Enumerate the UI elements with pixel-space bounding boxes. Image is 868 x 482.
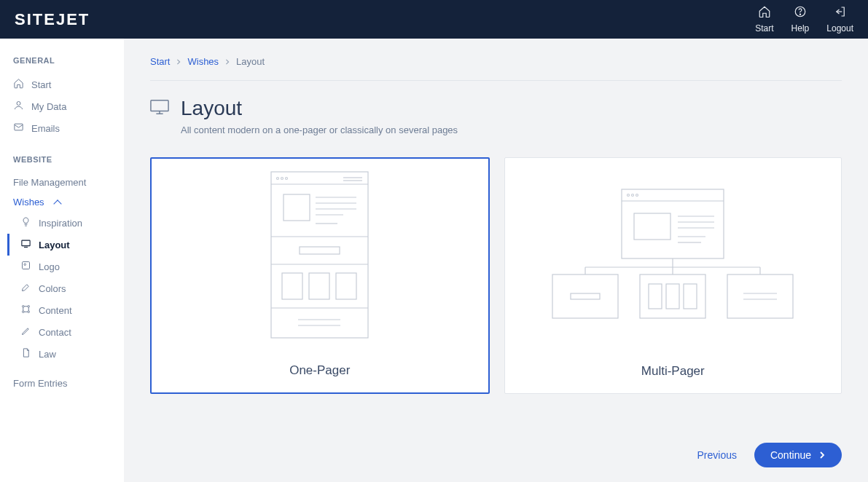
sidebar-item-file-management[interactable]: File Management xyxy=(0,173,124,192)
start-label: Start xyxy=(755,23,773,33)
sidebar-item-label: Contact xyxy=(39,327,71,338)
layout-icon xyxy=(150,99,169,118)
brush-icon xyxy=(20,282,31,295)
sidebar-item-label: Content xyxy=(39,305,72,316)
svg-rect-4 xyxy=(22,240,30,246)
svg-rect-30 xyxy=(336,273,356,299)
chevron-up-icon xyxy=(53,199,61,208)
svg-rect-50 xyxy=(552,274,618,318)
sidebar-item-label: Layout xyxy=(39,240,70,250)
svg-rect-39 xyxy=(634,213,670,240)
svg-rect-29 xyxy=(309,273,329,299)
svg-point-10 xyxy=(28,311,30,313)
svg-rect-11 xyxy=(151,100,168,111)
logout-action[interactable]: Logout xyxy=(826,5,853,33)
main-content: Start Wishes Layout Layout All content m… xyxy=(124,39,868,482)
sidebar-item-label: Start xyxy=(31,79,51,90)
content-icon xyxy=(20,304,31,317)
svg-rect-3 xyxy=(15,124,23,130)
sidebar-item-inspiration[interactable]: Inspiration xyxy=(7,212,124,234)
svg-point-36 xyxy=(632,194,634,196)
svg-point-6 xyxy=(24,264,26,266)
sidebar-section-website: WEBSITE xyxy=(0,155,124,173)
help-action[interactable]: Help xyxy=(791,5,810,33)
svg-point-1 xyxy=(799,14,800,15)
sidebar-item-label: Emails xyxy=(31,123,60,134)
page-subtitle: All content modern on a one-pager or cla… xyxy=(181,125,842,135)
sidebar-item-contact[interactable]: Contact xyxy=(7,321,124,343)
sidebar-item-emails[interactable]: Emails xyxy=(0,117,124,139)
logo-icon xyxy=(20,260,31,273)
sidebar-item-label: Form Entries xyxy=(13,378,67,389)
logout-icon xyxy=(834,5,847,20)
breadcrumb-start[interactable]: Start xyxy=(150,56,170,67)
breadcrumb: Start Wishes Layout xyxy=(150,56,842,81)
option-one-pager[interactable]: One-Pager xyxy=(150,157,490,394)
help-label: Help xyxy=(791,23,810,33)
svg-rect-19 xyxy=(284,194,310,221)
svg-point-9 xyxy=(23,311,25,313)
option-multi-pager[interactable]: Multi-Pager xyxy=(504,157,842,394)
svg-point-35 xyxy=(627,194,630,196)
chevron-right-icon xyxy=(818,449,826,461)
svg-point-7 xyxy=(23,306,25,308)
layout-icon xyxy=(20,238,31,251)
sidebar-item-label: Law xyxy=(39,349,56,360)
svg-point-37 xyxy=(636,194,638,196)
svg-rect-56 xyxy=(727,274,793,318)
svg-rect-28 xyxy=(282,273,302,299)
sidebar-section-general: GENERAL xyxy=(0,56,124,74)
svg-rect-55 xyxy=(684,284,697,309)
continue-button[interactable]: Continue xyxy=(754,443,842,467)
sidebar: GENERAL Start My Data Emails WEBSITE Fil… xyxy=(0,39,124,482)
sidebar-item-label: Wishes xyxy=(13,197,44,208)
option-label: Multi-Pager xyxy=(641,364,705,379)
svg-point-15 xyxy=(286,177,288,179)
sidebar-item-layout[interactable]: Layout xyxy=(7,234,124,256)
previous-button[interactable]: Previous xyxy=(697,449,736,461)
chevron-right-icon xyxy=(224,56,230,67)
start-action[interactable]: Start xyxy=(755,5,773,33)
breadcrumb-wishes[interactable]: Wishes xyxy=(187,56,219,67)
svg-rect-5 xyxy=(23,262,30,269)
header-actions: Start Help Logout xyxy=(755,5,853,33)
document-icon xyxy=(20,347,31,360)
svg-rect-12 xyxy=(271,172,368,338)
svg-rect-54 xyxy=(666,284,679,309)
svg-point-14 xyxy=(281,177,284,179)
sidebar-item-logo[interactable]: Logo xyxy=(7,256,124,277)
multi-pager-illustration xyxy=(505,158,842,351)
option-label: One-Pager xyxy=(289,363,350,378)
app-header: SITEJET Start Help Logout xyxy=(0,0,868,39)
svg-rect-26 xyxy=(300,247,340,254)
sidebar-item-content[interactable]: Content xyxy=(7,299,124,321)
sidebar-item-label: My Data xyxy=(31,101,66,112)
continue-label: Continue xyxy=(770,449,811,461)
brand-logo: SITEJET xyxy=(15,10,90,29)
user-icon xyxy=(13,100,24,113)
logout-label: Logout xyxy=(826,23,853,33)
sidebar-item-colors[interactable]: Colors xyxy=(7,277,124,299)
sidebar-item-label: Colors xyxy=(39,283,66,294)
breadcrumb-current: Layout xyxy=(236,56,265,67)
sidebar-item-wishes[interactable]: Wishes xyxy=(0,192,124,212)
svg-point-8 xyxy=(28,306,30,308)
svg-rect-51 xyxy=(571,293,600,299)
sidebar-item-start[interactable]: Start xyxy=(0,74,124,95)
home-icon xyxy=(13,78,24,91)
page-header: Layout xyxy=(150,81,842,120)
mail-icon xyxy=(13,122,24,135)
wizard-footer: Previous Continue xyxy=(150,421,842,467)
sidebar-item-law[interactable]: Law xyxy=(7,343,124,365)
pencil-icon xyxy=(20,325,31,339)
sidebar-item-label: Inspiration xyxy=(39,218,82,229)
home-icon xyxy=(758,5,771,20)
svg-rect-52 xyxy=(640,274,705,318)
svg-point-2 xyxy=(17,102,20,106)
sidebar-item-form-entries[interactable]: Form Entries xyxy=(0,374,124,393)
layout-options: One-Pager xyxy=(150,157,842,394)
sidebar-item-mydata[interactable]: My Data xyxy=(0,95,124,117)
sidebar-item-label: Logo xyxy=(39,261,60,272)
svg-point-13 xyxy=(277,177,279,179)
wishes-submenu: Inspiration Layout Logo Colors xyxy=(0,212,124,365)
